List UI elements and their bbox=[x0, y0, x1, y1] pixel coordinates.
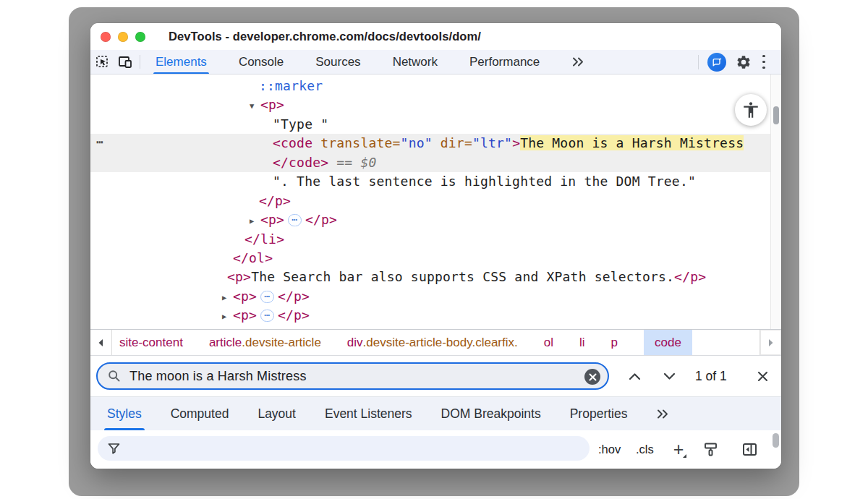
panel-tabs: ElementsConsoleSourcesNetworkPerformance bbox=[153, 50, 569, 74]
clear-search-icon[interactable] bbox=[584, 369, 600, 385]
token-hl: The Moon is a Harsh Mistress bbox=[520, 135, 744, 150]
dom-tree-row[interactable]: <code translate="no" dir="ltr">The Moon … bbox=[90, 134, 770, 153]
expand-ellipsis-badge[interactable]: ⋯ bbox=[260, 310, 274, 322]
token-tag: div bbox=[347, 336, 363, 350]
tab-console[interactable]: Console bbox=[237, 50, 286, 74]
styles-more-tabs-chevron-icon[interactable] bbox=[655, 397, 671, 430]
dom-tree-row[interactable]: ::marker bbox=[90, 77, 770, 95]
tab-performance[interactable]: Performance bbox=[467, 50, 542, 74]
previous-match-button[interactable] bbox=[624, 356, 644, 396]
breadcrumb-item[interactable]: ol bbox=[544, 330, 553, 355]
elements-dom-tree: ::marker▼<p>"Type "<code translate="no" … bbox=[90, 74, 781, 329]
dom-tree-row[interactable]: </p> bbox=[90, 192, 770, 210]
breadcrumb-item[interactable]: li bbox=[579, 330, 585, 355]
tab-sources[interactable]: Sources bbox=[313, 50, 362, 74]
dom-rows: ::marker▼<p>"Type "<code translate="no" … bbox=[90, 77, 770, 325]
search-icon bbox=[108, 370, 121, 383]
breadcrumb-scroll-right-button[interactable] bbox=[760, 330, 781, 355]
toolbar-right-group bbox=[695, 50, 781, 74]
styles-scrollbar-thumb[interactable] bbox=[773, 433, 779, 448]
styles-tab-layout[interactable]: Layout bbox=[256, 397, 297, 430]
tab-elements[interactable]: Elements bbox=[153, 50, 209, 74]
token-tag: <p> bbox=[233, 289, 257, 304]
dom-tree-row[interactable]: </code> == $0 bbox=[90, 153, 770, 172]
styles-tab-properties[interactable]: Properties bbox=[569, 397, 629, 430]
breadcrumb: site-contentarticle.devsite-articlediv.d… bbox=[90, 329, 781, 356]
tab-network[interactable]: Network bbox=[391, 50, 440, 74]
breadcrumb-scroll-left-button[interactable] bbox=[90, 330, 112, 355]
token-tag: </p> bbox=[674, 269, 706, 284]
expand-ellipsis-badge[interactable]: ⋯ bbox=[288, 214, 302, 226]
dom-tree-row[interactable]: ▶<p>⋯</p> bbox=[90, 210, 770, 229]
selected-node-gutter-marker[interactable]: ⋯ bbox=[96, 134, 103, 153]
breadcrumb-item[interactable]: site-content bbox=[119, 330, 183, 355]
dom-tree-row[interactable]: ▼<p> bbox=[90, 95, 770, 114]
disclosure-arrow-icon[interactable]: ▶ bbox=[222, 288, 233, 306]
token-tag: </p> bbox=[305, 212, 337, 227]
breadcrumb-item[interactable]: div.devsite-article-body.clearfix. bbox=[347, 330, 518, 355]
window-titlebar: DevTools - developer.chrome.com/docs/dev… bbox=[90, 23, 781, 50]
zoom-window-button[interactable] bbox=[135, 32, 145, 42]
token-tag: <p> bbox=[260, 97, 284, 112]
dom-tree-scrollbar[interactable] bbox=[770, 74, 780, 329]
token-val: "no" bbox=[401, 135, 433, 150]
styles-panel-tabs: StylesComputedLayoutEvent ListenersDOM B… bbox=[90, 396, 781, 430]
styles-tab-dom-breakpoints[interactable]: DOM Breakpoints bbox=[440, 397, 542, 430]
styles-tab-styles[interactable]: Styles bbox=[106, 397, 143, 430]
close-window-button[interactable] bbox=[101, 32, 111, 42]
dom-tree-row[interactable]: </ol> bbox=[90, 249, 770, 268]
dom-tree-row[interactable]: ▶<p>⋯</p> bbox=[90, 287, 770, 306]
element-class-toggle[interactable]: .cls bbox=[636, 430, 654, 469]
token-tag: code bbox=[655, 336, 681, 350]
disclosure-arrow-icon[interactable]: ▶ bbox=[250, 211, 260, 229]
dom-tree-row[interactable]: ". The last sentence is highlighted in t… bbox=[90, 172, 770, 191]
style-filter-field[interactable] bbox=[98, 436, 590, 461]
inspect-cursor-icon[interactable] bbox=[90, 50, 114, 74]
accessibility-overlay-button[interactable] bbox=[735, 94, 767, 126]
ai-assistant-icon[interactable] bbox=[707, 53, 726, 72]
token-tag: </ol> bbox=[233, 250, 273, 265]
new-rule-dropdown-caret bbox=[683, 454, 686, 458]
toolbar-separator bbox=[140, 55, 140, 69]
dom-search-bar: 1 of 1 bbox=[90, 356, 781, 396]
dom-tree-row[interactable]: ▶<p>⋯</p> bbox=[90, 306, 770, 325]
new-style-rule-button[interactable]: + bbox=[669, 430, 688, 469]
gear-icon[interactable] bbox=[732, 54, 755, 70]
scrollbar-thumb[interactable] bbox=[773, 106, 779, 124]
breadcrumb-items: site-contentarticle.devsite-articlediv.d… bbox=[119, 330, 760, 355]
token-tag: <p> bbox=[260, 212, 284, 227]
expand-ellipsis-badge[interactable]: ⋯ bbox=[260, 291, 274, 303]
breadcrumb-item[interactable]: p bbox=[611, 330, 618, 355]
next-match-button[interactable] bbox=[659, 356, 679, 396]
kebab-menu-icon[interactable] bbox=[755, 53, 773, 72]
dom-tree-row[interactable]: <p>The Search bar also supports CSS and … bbox=[90, 268, 770, 286]
token-tag: </p> bbox=[278, 289, 310, 304]
dom-tree-row[interactable]: "Type " bbox=[90, 115, 770, 134]
token-tag: site-content bbox=[119, 336, 183, 350]
styles-tab-computed[interactable]: Computed bbox=[169, 397, 231, 430]
rendering-brush-icon[interactable] bbox=[699, 430, 721, 469]
breadcrumb-item[interactable]: article.devsite-article bbox=[209, 330, 321, 355]
styles-tab-event-listeners[interactable]: Event Listeners bbox=[323, 397, 414, 430]
token-tag: ol bbox=[544, 336, 553, 350]
token-attr: .devsite-article bbox=[242, 336, 321, 350]
token-pseudo: ::marker bbox=[259, 78, 323, 93]
close-search-icon[interactable] bbox=[752, 356, 773, 396]
pseudo-state-toggle[interactable]: :hov bbox=[598, 430, 621, 469]
token-tag: <p> bbox=[233, 307, 257, 323]
disclosure-arrow-icon[interactable]: ▼ bbox=[250, 96, 260, 114]
token-text: The Search bar also supports CSS and XPa… bbox=[251, 269, 674, 284]
token-text: "Type " bbox=[273, 116, 328, 132]
dom-tree-row[interactable]: </li> bbox=[90, 230, 770, 249]
styles-filter-bar: :hov .cls + bbox=[90, 430, 781, 469]
device-toolbar-icon[interactable] bbox=[114, 50, 137, 74]
more-tabs-chevron-icon[interactable] bbox=[569, 50, 587, 74]
token-tag: </li> bbox=[244, 231, 284, 247]
breadcrumb-item[interactable]: code bbox=[644, 330, 692, 355]
disclosure-arrow-icon[interactable]: ▶ bbox=[222, 307, 233, 325]
token-tag: </p> bbox=[259, 193, 291, 208]
search-input[interactable] bbox=[129, 369, 608, 384]
token-attr: .devsite-article-body.clearfix. bbox=[363, 336, 518, 350]
minimize-window-button[interactable] bbox=[118, 32, 128, 42]
dock-sidebar-icon[interactable] bbox=[739, 430, 760, 469]
